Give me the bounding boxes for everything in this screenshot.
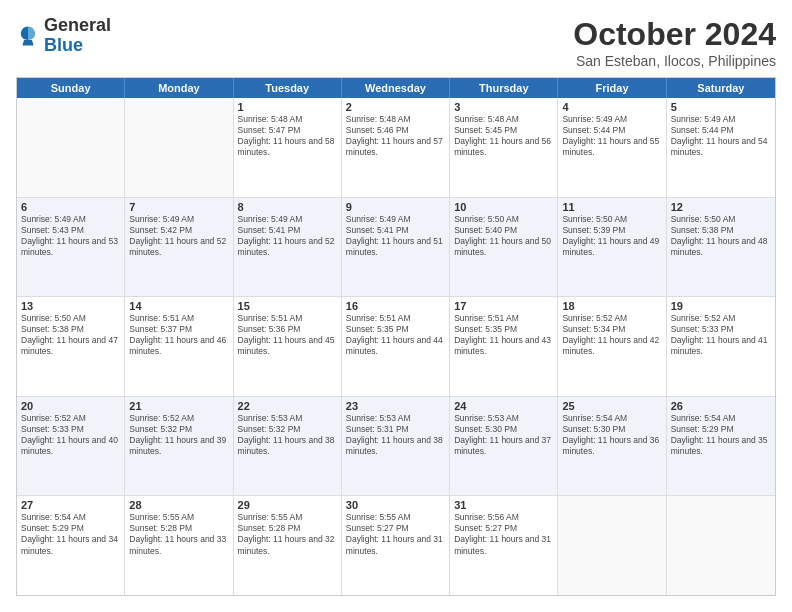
cell-info: Sunrise: 5:49 AMSunset: 5:41 PMDaylight:…: [346, 214, 445, 258]
calendar-cell: 6Sunrise: 5:49 AMSunset: 5:43 PMDaylight…: [17, 198, 125, 297]
title-block: October 2024 San Esteban, Ilocos, Philip…: [573, 16, 776, 69]
cell-date: 23: [346, 400, 445, 412]
cell-date: 11: [562, 201, 661, 213]
calendar-cell: 20Sunrise: 5:52 AMSunset: 5:33 PMDayligh…: [17, 397, 125, 496]
logo-text: General Blue: [44, 16, 111, 56]
calendar: SundayMondayTuesdayWednesdayThursdayFrid…: [16, 77, 776, 596]
calendar-cell: 31Sunrise: 5:56 AMSunset: 5:27 PMDayligh…: [450, 496, 558, 595]
calendar-cell: 27Sunrise: 5:54 AMSunset: 5:29 PMDayligh…: [17, 496, 125, 595]
cell-date: 5: [671, 101, 771, 113]
cell-date: 26: [671, 400, 771, 412]
calendar-cell: 21Sunrise: 5:52 AMSunset: 5:32 PMDayligh…: [125, 397, 233, 496]
cell-info: Sunrise: 5:49 AMSunset: 5:44 PMDaylight:…: [671, 114, 771, 158]
cell-info: Sunrise: 5:50 AMSunset: 5:39 PMDaylight:…: [562, 214, 661, 258]
weekday-header: Sunday: [17, 78, 125, 98]
calendar-cell: 8Sunrise: 5:49 AMSunset: 5:41 PMDaylight…: [234, 198, 342, 297]
cell-info: Sunrise: 5:51 AMSunset: 5:36 PMDaylight:…: [238, 313, 337, 357]
cell-info: Sunrise: 5:55 AMSunset: 5:28 PMDaylight:…: [129, 512, 228, 556]
calendar-cell: 12Sunrise: 5:50 AMSunset: 5:38 PMDayligh…: [667, 198, 775, 297]
cell-info: Sunrise: 5:48 AMSunset: 5:47 PMDaylight:…: [238, 114, 337, 158]
cell-date: 27: [21, 499, 120, 511]
calendar-week-row: 20Sunrise: 5:52 AMSunset: 5:33 PMDayligh…: [17, 397, 775, 497]
cell-date: 1: [238, 101, 337, 113]
cell-date: 29: [238, 499, 337, 511]
cell-info: Sunrise: 5:52 AMSunset: 5:34 PMDaylight:…: [562, 313, 661, 357]
calendar-cell: 2Sunrise: 5:48 AMSunset: 5:46 PMDaylight…: [342, 98, 450, 197]
cell-date: 21: [129, 400, 228, 412]
cell-info: Sunrise: 5:50 AMSunset: 5:40 PMDaylight:…: [454, 214, 553, 258]
cell-date: 8: [238, 201, 337, 213]
cell-date: 15: [238, 300, 337, 312]
logo: General Blue: [16, 16, 111, 56]
cell-date: 14: [129, 300, 228, 312]
cell-info: Sunrise: 5:55 AMSunset: 5:28 PMDaylight:…: [238, 512, 337, 556]
weekday-header: Tuesday: [234, 78, 342, 98]
calendar-week-row: 1Sunrise: 5:48 AMSunset: 5:47 PMDaylight…: [17, 98, 775, 198]
cell-info: Sunrise: 5:48 AMSunset: 5:46 PMDaylight:…: [346, 114, 445, 158]
cell-info: Sunrise: 5:52 AMSunset: 5:32 PMDaylight:…: [129, 413, 228, 457]
calendar-header: SundayMondayTuesdayWednesdayThursdayFrid…: [17, 78, 775, 98]
cell-date: 7: [129, 201, 228, 213]
weekday-header: Thursday: [450, 78, 558, 98]
calendar-cell: 7Sunrise: 5:49 AMSunset: 5:42 PMDaylight…: [125, 198, 233, 297]
calendar-cell: [667, 496, 775, 595]
calendar-week-row: 6Sunrise: 5:49 AMSunset: 5:43 PMDaylight…: [17, 198, 775, 298]
cell-date: 19: [671, 300, 771, 312]
cell-date: 22: [238, 400, 337, 412]
calendar-body: 1Sunrise: 5:48 AMSunset: 5:47 PMDaylight…: [17, 98, 775, 595]
calendar-cell: 13Sunrise: 5:50 AMSunset: 5:38 PMDayligh…: [17, 297, 125, 396]
cell-info: Sunrise: 5:56 AMSunset: 5:27 PMDaylight:…: [454, 512, 553, 556]
cell-info: Sunrise: 5:50 AMSunset: 5:38 PMDaylight:…: [671, 214, 771, 258]
cell-info: Sunrise: 5:48 AMSunset: 5:45 PMDaylight:…: [454, 114, 553, 158]
calendar-cell: 22Sunrise: 5:53 AMSunset: 5:32 PMDayligh…: [234, 397, 342, 496]
cell-date: 30: [346, 499, 445, 511]
cell-info: Sunrise: 5:52 AMSunset: 5:33 PMDaylight:…: [671, 313, 771, 357]
weekday-header: Monday: [125, 78, 233, 98]
weekday-header: Saturday: [667, 78, 775, 98]
cell-date: 9: [346, 201, 445, 213]
calendar-cell: 9Sunrise: 5:49 AMSunset: 5:41 PMDaylight…: [342, 198, 450, 297]
cell-info: Sunrise: 5:54 AMSunset: 5:30 PMDaylight:…: [562, 413, 661, 457]
calendar-cell: 5Sunrise: 5:49 AMSunset: 5:44 PMDaylight…: [667, 98, 775, 197]
calendar-page: General Blue October 2024 San Esteban, I…: [0, 0, 792, 612]
location-title: San Esteban, Ilocos, Philippines: [573, 53, 776, 69]
calendar-cell: 1Sunrise: 5:48 AMSunset: 5:47 PMDaylight…: [234, 98, 342, 197]
calendar-week-row: 13Sunrise: 5:50 AMSunset: 5:38 PMDayligh…: [17, 297, 775, 397]
cell-date: 13: [21, 300, 120, 312]
cell-date: 4: [562, 101, 661, 113]
cell-date: 12: [671, 201, 771, 213]
cell-info: Sunrise: 5:52 AMSunset: 5:33 PMDaylight:…: [21, 413, 120, 457]
cell-info: Sunrise: 5:54 AMSunset: 5:29 PMDaylight:…: [21, 512, 120, 556]
calendar-cell: 26Sunrise: 5:54 AMSunset: 5:29 PMDayligh…: [667, 397, 775, 496]
cell-info: Sunrise: 5:49 AMSunset: 5:43 PMDaylight:…: [21, 214, 120, 258]
cell-date: 18: [562, 300, 661, 312]
calendar-cell: 14Sunrise: 5:51 AMSunset: 5:37 PMDayligh…: [125, 297, 233, 396]
calendar-cell: 17Sunrise: 5:51 AMSunset: 5:35 PMDayligh…: [450, 297, 558, 396]
logo-line2: Blue: [44, 36, 111, 56]
page-header: General Blue October 2024 San Esteban, I…: [16, 16, 776, 69]
calendar-cell: 11Sunrise: 5:50 AMSunset: 5:39 PMDayligh…: [558, 198, 666, 297]
calendar-cell: [558, 496, 666, 595]
calendar-cell: 30Sunrise: 5:55 AMSunset: 5:27 PMDayligh…: [342, 496, 450, 595]
calendar-cell: 24Sunrise: 5:53 AMSunset: 5:30 PMDayligh…: [450, 397, 558, 496]
cell-info: Sunrise: 5:51 AMSunset: 5:37 PMDaylight:…: [129, 313, 228, 357]
cell-info: Sunrise: 5:53 AMSunset: 5:31 PMDaylight:…: [346, 413, 445, 457]
cell-info: Sunrise: 5:51 AMSunset: 5:35 PMDaylight:…: [346, 313, 445, 357]
cell-info: Sunrise: 5:54 AMSunset: 5:29 PMDaylight:…: [671, 413, 771, 457]
calendar-cell: 16Sunrise: 5:51 AMSunset: 5:35 PMDayligh…: [342, 297, 450, 396]
calendar-cell: 18Sunrise: 5:52 AMSunset: 5:34 PMDayligh…: [558, 297, 666, 396]
calendar-cell: 23Sunrise: 5:53 AMSunset: 5:31 PMDayligh…: [342, 397, 450, 496]
logo-icon: [16, 24, 40, 48]
cell-info: Sunrise: 5:50 AMSunset: 5:38 PMDaylight:…: [21, 313, 120, 357]
cell-date: 17: [454, 300, 553, 312]
cell-info: Sunrise: 5:49 AMSunset: 5:41 PMDaylight:…: [238, 214, 337, 258]
cell-info: Sunrise: 5:53 AMSunset: 5:32 PMDaylight:…: [238, 413, 337, 457]
cell-info: Sunrise: 5:51 AMSunset: 5:35 PMDaylight:…: [454, 313, 553, 357]
calendar-cell: [17, 98, 125, 197]
cell-date: 3: [454, 101, 553, 113]
calendar-cell: 3Sunrise: 5:48 AMSunset: 5:45 PMDaylight…: [450, 98, 558, 197]
calendar-cell: 15Sunrise: 5:51 AMSunset: 5:36 PMDayligh…: [234, 297, 342, 396]
calendar-week-row: 27Sunrise: 5:54 AMSunset: 5:29 PMDayligh…: [17, 496, 775, 595]
cell-info: Sunrise: 5:53 AMSunset: 5:30 PMDaylight:…: [454, 413, 553, 457]
calendar-cell: 19Sunrise: 5:52 AMSunset: 5:33 PMDayligh…: [667, 297, 775, 396]
